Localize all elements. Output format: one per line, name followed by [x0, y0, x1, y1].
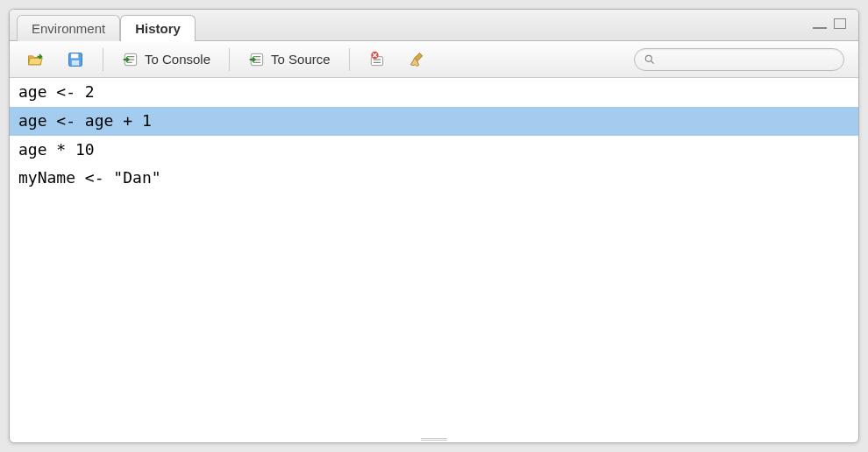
clear-history-button[interactable] — [401, 47, 434, 72]
tab-label: History — [135, 21, 181, 36]
search-icon — [644, 53, 656, 66]
to-source-label: To Source — [271, 52, 331, 67]
history-entry[interactable]: myName <- "Dan" — [10, 164, 858, 193]
tab-label: Environment — [32, 21, 105, 36]
history-entry[interactable]: age <- 2 — [10, 78, 858, 107]
history-list[interactable]: age <- 2 age <- age + 1 age * 10 myName … — [10, 78, 858, 435]
save-icon — [67, 51, 84, 68]
history-entry[interactable]: age * 10 — [10, 136, 858, 165]
svg-rect-2 — [72, 60, 79, 65]
tab-history[interactable]: History — [120, 15, 196, 41]
search-input[interactable] — [661, 53, 835, 66]
folder-open-icon — [26, 51, 44, 68]
save-history-button[interactable] — [59, 47, 92, 72]
toolbar: To Console To Source — [10, 41, 858, 78]
remove-entries-button[interactable] — [360, 47, 394, 72]
resize-handle-icon[interactable] — [421, 438, 447, 441]
history-pane: Environment History To Console — [9, 9, 859, 443]
divider — [103, 48, 103, 71]
to-source-icon — [248, 51, 266, 68]
tab-bar: Environment History — [10, 10, 858, 41]
divider — [229, 48, 230, 71]
to-console-icon — [122, 51, 139, 68]
load-history-button[interactable] — [18, 47, 52, 72]
tab-environment[interactable]: Environment — [17, 15, 120, 41]
to-console-label: To Console — [145, 52, 210, 67]
broom-icon — [409, 51, 426, 68]
minimize-icon[interactable] — [813, 27, 827, 29]
to-source-button[interactable]: To Source — [240, 47, 338, 72]
window-controls — [813, 18, 846, 29]
to-console-button[interactable]: To Console — [114, 47, 218, 72]
svg-rect-1 — [71, 53, 78, 58]
search-box[interactable] — [634, 48, 844, 71]
remove-icon — [368, 51, 386, 68]
svg-point-7 — [645, 55, 651, 61]
divider — [349, 48, 350, 71]
maximize-icon[interactable] — [834, 18, 846, 29]
history-entry[interactable]: age <- age + 1 — [10, 107, 858, 136]
